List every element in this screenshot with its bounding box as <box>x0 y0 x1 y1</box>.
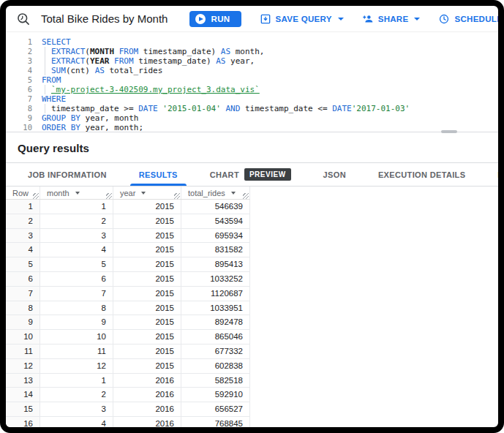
data-cell: 4 <box>40 243 113 257</box>
code-token: SELECT <box>42 37 71 47</box>
line-number: 7 <box>15 94 32 104</box>
code-text: SELECT <box>42 37 71 47</box>
results-table-body: 1120155466392220155435943320156959344420… <box>6 200 250 432</box>
data-cell: 895413 <box>181 257 250 271</box>
save-query-button[interactable]: SAVE QUERY <box>260 13 344 25</box>
data-cell: 677332 <box>181 344 250 358</box>
query-magnifier-icon <box>16 12 31 26</box>
data-cell: 2015 <box>113 330 181 344</box>
line-number: 5 <box>15 75 32 85</box>
schedule-button[interactable]: SCHEDULE <box>438 13 503 25</box>
tab-label: CHART <box>210 170 239 179</box>
column-header-total_rides: total_rides <box>181 187 250 199</box>
data-cell: 7 <box>40 287 113 301</box>
sql-editor[interactable]: 1SELECT2EXTRACT(MONTH FROM timestamp_dat… <box>6 32 498 132</box>
code-text: EXTRACT(MONTH FROM timestamp_date) AS mo… <box>42 47 264 56</box>
share-button[interactable]: SHARE <box>362 13 421 25</box>
table-row: 552015895413 <box>6 257 250 272</box>
data-cell: 1033951 <box>181 301 250 315</box>
data-cell: 546639 <box>181 200 250 214</box>
indent-guide <box>45 85 51 94</box>
column-header-label: total_rides <box>188 189 225 197</box>
code-token: EXTRACT <box>51 47 85 56</box>
indent-guide <box>45 47 51 56</box>
query-results-title: Query results <box>18 142 89 154</box>
data-cell: 892478 <box>181 315 250 329</box>
data-cell: 2015 <box>113 243 181 257</box>
code-line[interactable]: 8timestamp_date >= DATE '2015-01-04' AND… <box>15 104 498 113</box>
code-token: AS <box>221 47 230 56</box>
tab-chart[interactable]: CHARTPREVIEW <box>194 163 307 186</box>
code-line[interactable]: 1SELECT <box>15 37 498 47</box>
row-number-cell: 10 <box>6 330 40 344</box>
tab-results[interactable]: RESULTS <box>123 163 194 186</box>
code-token: ( <box>85 47 90 56</box>
data-cell: 2015 <box>113 301 181 315</box>
code-token: total_rides <box>105 66 162 75</box>
code-token: AND <box>225 104 240 113</box>
table-row: 222015543594 <box>6 214 250 229</box>
code-line[interactable]: 3EXTRACT(YEAR FROM timestamp_date) AS ye… <box>15 56 498 66</box>
tab-json[interactable]: JSON <box>307 163 362 186</box>
tab-job-information[interactable]: JOB INFORMATION <box>12 163 123 186</box>
row-number-cell: 9 <box>6 315 40 329</box>
data-cell: 1120687 <box>181 287 250 301</box>
code-text: `my-project-3-402509.my_project_3.data_v… <box>42 85 260 94</box>
column-resize-handle[interactable] <box>243 193 249 199</box>
query-results-header: Query results <box>6 132 498 163</box>
code-line[interactable]: 7WHERE <box>15 94 498 104</box>
data-cell: 602838 <box>181 359 250 373</box>
data-cell: 695934 <box>181 229 250 243</box>
code-token: FROM <box>42 75 61 85</box>
data-cell: 2 <box>40 214 113 228</box>
data-cell: 2015 <box>113 287 181 301</box>
results-table: Rowmonthyeartotal_rides 1120155466392220… <box>6 187 250 432</box>
sort-caret-icon[interactable] <box>231 192 236 195</box>
chevron-down-icon <box>338 18 344 20</box>
code-line[interactable]: 9GROUP BY year, month <box>15 113 498 123</box>
splitter-drag-handle[interactable] <box>441 130 457 133</box>
code-line[interactable]: 4SUM(cnt) AS total_rides <box>15 66 498 75</box>
code-token: month, <box>230 47 264 56</box>
code-token: '2017-01-03' <box>352 104 410 113</box>
table-row: 10102015865046 <box>6 330 250 344</box>
data-cell: 8 <box>40 301 113 315</box>
table-row: 8820151033951 <box>6 301 250 316</box>
indent-guide <box>45 66 51 75</box>
row-number-cell: 13 <box>6 374 40 388</box>
column-resize-handle[interactable] <box>174 193 180 199</box>
column-resize-handle[interactable] <box>33 193 39 199</box>
table-row: 1642016768845 <box>6 417 250 432</box>
code-token: (cnt) <box>66 66 95 75</box>
row-number-cell: 1 <box>6 200 40 214</box>
code-token: year, month <box>80 113 138 123</box>
query-title: Total Bike Rides by Month <box>41 12 168 25</box>
row-number-cell: 15 <box>6 402 40 416</box>
column-header-label: year <box>120 189 135 197</box>
code-text: timestamp_date >= DATE '2015-01-04' AND … <box>42 104 410 113</box>
data-cell: 768845 <box>181 417 250 431</box>
data-cell: 2015 <box>113 344 181 358</box>
app-window: Total Bike Rides by Month RUN SAVE QUERY… <box>0 0 504 433</box>
tab-label: JSON <box>323 170 346 179</box>
data-cell: 3 <box>40 402 113 416</box>
tab-execution-details[interactable]: EXECUTION DETAILS <box>362 163 481 186</box>
data-cell: 6 <box>40 272 113 286</box>
data-cell: 2015 <box>113 200 181 214</box>
code-token: '2015-01-04' <box>162 104 220 113</box>
data-cell: 2015 <box>113 257 181 271</box>
sort-caret-icon[interactable] <box>75 192 80 195</box>
column-resize-handle[interactable] <box>106 193 112 199</box>
code-line[interactable]: 6`my-project-3-402509.my_project_3.data_… <box>15 85 498 94</box>
code-token: YEAR <box>90 56 110 66</box>
tab-execution-graph[interactable]: EXECUTION GRAPH <box>481 163 504 186</box>
code-token: year, <box>225 56 255 66</box>
code-line[interactable]: 2EXTRACT(MONTH FROM timestamp_date) AS m… <box>15 47 498 56</box>
code-text: WHERE <box>42 94 66 104</box>
row-number-cell: 14 <box>6 388 40 402</box>
run-button[interactable]: RUN <box>189 11 241 27</box>
row-number-cell: 8 <box>6 301 40 315</box>
code-line[interactable]: 5FROM <box>15 75 498 85</box>
row-number-cell: 4 <box>6 243 40 257</box>
sort-caret-icon[interactable] <box>141 192 146 195</box>
